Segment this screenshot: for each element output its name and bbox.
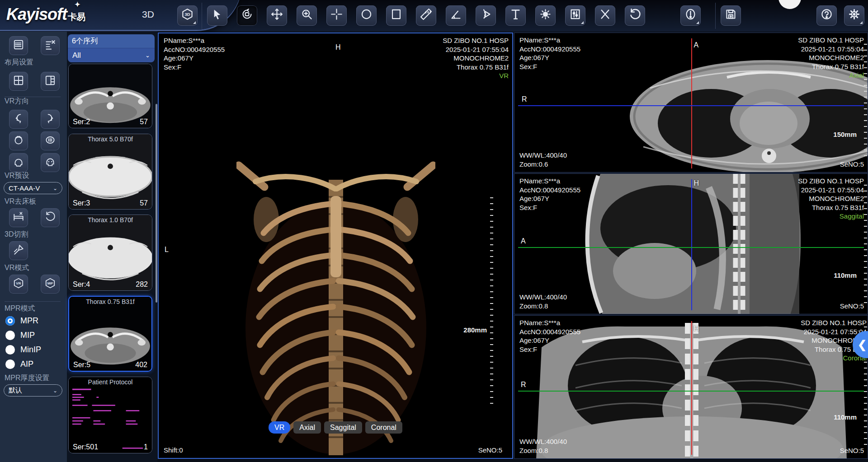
vr-mode-vr-button[interactable]: VR (9, 275, 28, 294)
scalpel-button[interactable] (9, 241, 28, 260)
patient-sex: Sex:F (519, 62, 580, 71)
pan-tool-button[interactable] (267, 5, 287, 26)
question-circle-icon (821, 8, 833, 23)
study-info-overlay: SD ZIBO NO.1 HOSP 2025-01-21 07:55:04 MO… (798, 36, 864, 80)
axial-button[interactable]: Axial (293, 421, 321, 434)
crosshair-vertical-red[interactable] (691, 321, 692, 455)
axial-thumb-image (69, 215, 152, 290)
patient-info-overlay: PName:S***a AccNO:0004920555 Age:067Y Se… (164, 36, 225, 71)
series-description: Thorax 0.75 B31f (798, 203, 864, 212)
cursor-arrow-icon (211, 8, 223, 23)
study-datetime: 2025-01-21 07:55:04 (443, 45, 509, 54)
series-filter-select[interactable]: All ⌄ (68, 48, 155, 62)
series-thumbnail-ser4[interactable]: Thorax 1.0 B70f Ser:4 282 (68, 215, 152, 291)
ruler-tool-button[interactable] (416, 5, 436, 26)
vr-orient-right-button[interactable] (41, 110, 60, 129)
mpr-radio-mip[interactable]: MIP (5, 331, 35, 340)
photometric: MONOCHROME2 (798, 194, 864, 203)
series-thumbnail-ser3[interactable]: Thorax 5.0 B70f Ser:3 57 (68, 134, 152, 210)
scale-label: 110mm (834, 271, 857, 279)
cobb-angle-tool-button[interactable] (476, 5, 496, 26)
help-button[interactable] (816, 5, 837, 26)
prompt-info-button[interactable] (680, 5, 701, 26)
3d-view-button[interactable]: 3D (177, 5, 198, 26)
series-number: Ser:3 (73, 199, 90, 207)
vr-orient-front-button[interactable] (41, 153, 60, 172)
coronal-view[interactable]: PName:S***a AccNO:0004920555 Age:067Y Se… (514, 315, 868, 459)
crosshair-horizontal-green[interactable] (518, 247, 864, 248)
save-button[interactable] (721, 5, 741, 26)
crosshair-tool-button[interactable] (326, 5, 347, 26)
crosshair-vertical-blue[interactable] (691, 179, 692, 310)
sagittal-view[interactable]: PName:S***a AccNO:0004920555 Age:067Y Se… (514, 173, 868, 314)
window-level-button[interactable] (565, 5, 585, 26)
zoom-tool-button[interactable] (297, 5, 317, 26)
orientation-marker-top: A (694, 41, 699, 49)
series-thumbnail-ser5-selected[interactable]: Thorax 0.75 B31f Ser:5 402 (68, 296, 152, 372)
mode-3d-label: 3D (142, 9, 154, 20)
mpr-radio-aip[interactable]: AIP (5, 359, 33, 369)
crosshair-vertical-red[interactable] (691, 38, 692, 168)
chevron-down-icon: ⌄ (145, 52, 150, 59)
radio-selected-icon (5, 316, 15, 326)
layout-close-button[interactable] (41, 36, 60, 55)
vr-orient-back-button[interactable] (9, 153, 28, 172)
series-thumbnail-ser501[interactable]: Patient Protocol Ser:501 1 (68, 377, 152, 453)
ellipse-tool-button[interactable] (356, 5, 377, 26)
mpr-mode-label: MPR模式 (5, 304, 35, 313)
patient-info-overlay: PName:S***a AccNO:0004920555 Age:067Y Se… (519, 36, 580, 71)
vr-preset-label: VR预设 (5, 171, 29, 181)
rotate-3d-tool-button[interactable] (237, 5, 257, 26)
cut-3d-label: 3D切割 (5, 230, 28, 239)
layout-list-button[interactable] (9, 36, 28, 55)
mpr-radio-mpr[interactable]: MPR (5, 316, 38, 326)
user-avatar[interactable] (778, 0, 801, 9)
protocol-thumb-image (69, 377, 152, 453)
cursor-tool-button[interactable] (207, 5, 227, 26)
sliders-icon (569, 8, 581, 23)
vr-direction-label: VR方向 (5, 97, 29, 106)
orientation-marker-left: L (165, 246, 169, 254)
vr-orient-top-button[interactable] (9, 131, 28, 150)
vr-button[interactable]: VR (269, 421, 290, 434)
series-scrollbar[interactable] (156, 104, 157, 303)
chevron-down-icon: ⌄ (53, 387, 57, 394)
series-no: SeNO:5 (840, 446, 864, 455)
angle-tool-button[interactable] (446, 5, 466, 26)
series-no: SeNO:5 (478, 446, 502, 455)
scale-ruler (864, 185, 867, 303)
reset-button[interactable] (625, 5, 645, 26)
bed-reset-button[interactable] (41, 208, 60, 227)
layout-split-button[interactable] (41, 72, 60, 91)
mpr-thickness-select[interactable]: 默认 ⌄ (4, 384, 62, 397)
chevron-left-icon: ❮ (858, 338, 867, 351)
crosshair-icon (330, 8, 343, 23)
mpr-radio-minip[interactable]: MinIP (5, 345, 41, 355)
crosshair-horizontal-blue[interactable] (518, 105, 864, 106)
crosshair-horizontal-green[interactable] (518, 391, 864, 392)
rectangle-tool-button[interactable] (386, 5, 406, 26)
delete-annotation-button[interactable] (595, 5, 615, 26)
mip-hexagon-icon: MIP (44, 277, 56, 291)
series-thumbnail-ser2[interactable]: Ser:2 57 (68, 64, 152, 128)
vr-preset-select[interactable]: CT-AAA-V ⌄ (4, 182, 62, 194)
head-back-icon (13, 156, 24, 170)
grid-2x2-icon (13, 75, 24, 89)
study-datetime: 2025-01-21 07:55:04 (798, 45, 864, 54)
close-x-icon (599, 8, 611, 23)
window-info: WW/WL:400/40 Zoom:0.6 (519, 151, 567, 168)
settings-button[interactable] (844, 5, 864, 26)
vr-orient-bottom-button[interactable] (41, 131, 60, 150)
coronal-button[interactable]: Coronal (365, 421, 402, 434)
orientation-marker-top: H (335, 43, 341, 51)
layout-grid-button[interactable] (9, 72, 28, 91)
vr-orient-left-button[interactable] (9, 110, 28, 129)
vr-3d-view[interactable]: PName:S***a AccNO:0004920555 Age:067Y Se… (158, 33, 513, 459)
text-tool-button[interactable] (505, 5, 526, 26)
hospital-name: SD ZIBO NO.1 HOSP (801, 318, 867, 327)
brightness-tool-button[interactable] (535, 5, 556, 26)
remove-bed-button[interactable] (9, 208, 28, 227)
saggital-button[interactable]: Saggital (324, 421, 362, 434)
vr-mode-mip-button[interactable]: MIP (41, 275, 60, 294)
axial-view[interactable]: PName:S***a AccNO:0004920555 Age:067Y Se… (514, 33, 868, 173)
